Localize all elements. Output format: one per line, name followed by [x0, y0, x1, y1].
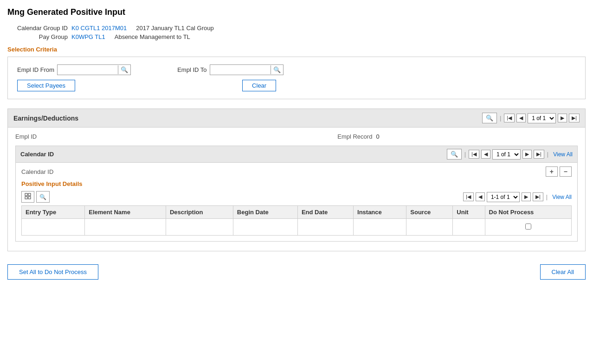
empl-id-from-input-wrapper: 🔍 — [57, 64, 131, 75]
cell-unit — [453, 219, 485, 236]
cell-element-name — [85, 219, 166, 236]
do-not-process-checkbox[interactable] — [525, 224, 531, 230]
earnings-page-select[interactable]: 1 of 1 — [528, 113, 556, 123]
table-header-row: Entry Type Element Name Description Begi… — [22, 206, 572, 219]
calendar-search-button[interactable]: 🔍 — [447, 149, 462, 160]
cell-source — [406, 219, 453, 236]
selection-criteria-box: Empl ID From 🔍 Empl ID To 🔍 Select Payee… — [7, 57, 586, 99]
empl-id-to-input-wrapper: 🔍 — [210, 64, 284, 75]
pi-first-button[interactable]: |◀ — [463, 192, 474, 201]
table-row — [22, 219, 572, 236]
cell-do-not-process — [485, 219, 571, 236]
pi-grid-button[interactable] — [21, 191, 34, 203]
col-end-date: End Date — [297, 206, 353, 219]
selection-criteria-title: Selection Criteria — [7, 46, 586, 53]
empl-record-label: Empl Record — [337, 133, 372, 140]
col-source: Source — [406, 206, 453, 219]
info-section: Calendar Group ID K0 CGTL1 2017M01 2017 … — [7, 25, 586, 40]
bottom-buttons-row: Set All to Do Not Process Clear All — [7, 261, 586, 280]
add-row-button[interactable]: + — [546, 166, 558, 177]
cell-begin-date — [233, 219, 297, 236]
clear-all-button[interactable]: Clear All — [540, 264, 586, 280]
calendar-prev-button[interactable]: ◀ — [481, 150, 490, 159]
earnings-prev-button[interactable]: ◀ — [516, 114, 526, 122]
calendar-id-field-label: Calendar ID — [21, 168, 53, 175]
set-all-button[interactable]: Set All to Do Not Process — [7, 264, 98, 280]
svg-rect-3 — [28, 197, 31, 199]
pi-next-button[interactable]: ▶ — [522, 192, 531, 201]
cell-entry-type — [22, 219, 85, 236]
pay-group-value: K0WPG TL1 — [71, 33, 105, 40]
pi-toolbar-right: |◀ ◀ 1-1 of 1 ▶ ▶| | View All — [463, 192, 572, 202]
earnings-deductions-panel: Earnings/Deductions 🔍 | |◀ ◀ 1 of 1 ▶ ▶|… — [7, 109, 586, 251]
calendar-next-button[interactable]: ▶ — [522, 150, 532, 159]
earnings-deductions-nav: 🔍 | |◀ ◀ 1 of 1 ▶ ▶| — [482, 113, 580, 123]
pi-view-all-link[interactable]: View All — [552, 194, 572, 200]
calendar-group-id-desc: 2017 January TL1 Cal Group — [136, 25, 213, 32]
pi-search-button[interactable]: 🔍 — [36, 191, 50, 203]
pay-group-label: Pay Group — [7, 33, 68, 40]
calendar-id-nav: 🔍 | |◀ ◀ 1 of 1 ▶ ▶| | View All — [447, 149, 573, 160]
empl-id-from-input[interactable] — [58, 65, 118, 75]
calendar-view-all-link[interactable]: View All — [553, 151, 573, 158]
col-instance: Instance — [354, 206, 406, 219]
calendar-group-id-label: Calendar Group ID — [7, 25, 68, 32]
cell-description — [166, 219, 233, 236]
svg-rect-0 — [25, 193, 27, 196]
earnings-first-button[interactable]: |◀ — [504, 114, 515, 122]
earnings-next-button[interactable]: ▶ — [558, 114, 567, 122]
empl-id-to-search-button[interactable]: 🔍 — [271, 65, 283, 74]
col-description: Description — [166, 206, 233, 219]
empl-id-from-search-button[interactable]: 🔍 — [118, 65, 130, 74]
empl-id-display-label: Empl ID — [15, 133, 37, 140]
empl-id-from-group: Empl ID From 🔍 — [17, 64, 131, 75]
empl-id-item: Empl ID — [15, 133, 40, 140]
cell-end-date — [297, 219, 353, 236]
positive-input-section: Positive Input Details 🔍 — [16, 180, 577, 241]
col-begin-date: Begin Date — [233, 206, 297, 219]
calendar-group-id-value: K0 CGTL1 2017M01 — [71, 25, 127, 32]
earnings-search-button[interactable]: 🔍 — [482, 113, 497, 123]
calendar-id-title: Calendar ID — [20, 151, 54, 158]
pi-last-button[interactable]: ▶| — [533, 192, 543, 201]
clear-button[interactable]: Clear — [242, 80, 276, 91]
page-title: Mng Generated Positive Input — [7, 7, 586, 17]
empl-record-value: 0 — [376, 133, 379, 140]
calendar-id-row: Calendar ID + − — [21, 166, 572, 177]
svg-rect-1 — [28, 193, 31, 196]
cell-instance — [354, 219, 406, 236]
pay-group-desc: Absence Management to TL — [115, 33, 190, 40]
earnings-last-button[interactable]: ▶| — [569, 114, 580, 122]
svg-rect-2 — [25, 197, 27, 199]
calendar-id-panel: Calendar ID 🔍 | |◀ ◀ 1 of 1 ▶ ▶| | View … — [15, 146, 578, 242]
positive-input-title: Positive Input Details — [21, 180, 572, 187]
calendar-page-select[interactable]: 1 of 1 — [492, 149, 521, 160]
calendar-last-button[interactable]: ▶| — [534, 150, 544, 159]
empl-id-to-input[interactable] — [210, 65, 271, 75]
col-unit: Unit — [453, 206, 485, 219]
col-entry-type: Entry Type — [22, 206, 85, 219]
pi-prev-button[interactable]: ◀ — [476, 192, 485, 201]
empl-info-row: Empl ID Empl Record 0 — [15, 133, 578, 140]
empl-record-item: Empl Record 0 — [337, 133, 379, 140]
pi-toolbar-left: 🔍 — [21, 191, 50, 203]
earnings-deductions-body: Empl ID Empl Record 0 Calendar ID 🔍 | |◀… — [8, 128, 585, 251]
empl-id-to-group: Empl ID To 🔍 — [177, 64, 283, 75]
positive-input-table: Entry Type Element Name Description Begi… — [21, 205, 572, 236]
pi-page-select[interactable]: 1-1 of 1 — [487, 192, 520, 202]
empl-id-to-label: Empl ID To — [177, 66, 206, 73]
pi-toolbar: 🔍 |◀ ◀ 1-1 of 1 ▶ ▶| | View All — [21, 191, 572, 203]
earnings-deductions-title: Earnings/Deductions — [13, 115, 78, 122]
calendar-id-header: Calendar ID 🔍 | |◀ ◀ 1 of 1 ▶ ▶| | View … — [16, 146, 577, 163]
calendar-first-button[interactable]: |◀ — [469, 150, 479, 159]
add-remove-buttons: + − — [546, 166, 572, 177]
col-element-name: Element Name — [85, 206, 166, 219]
col-do-not-process: Do Not Process — [485, 206, 571, 219]
earnings-deductions-header: Earnings/Deductions 🔍 | |◀ ◀ 1 of 1 ▶ ▶| — [8, 109, 585, 128]
remove-row-button[interactable]: − — [560, 166, 572, 177]
calendar-id-body: Calendar ID + − — [16, 163, 577, 180]
empl-id-from-label: Empl ID From — [17, 66, 54, 73]
select-payees-button[interactable]: Select Payees — [17, 80, 75, 91]
